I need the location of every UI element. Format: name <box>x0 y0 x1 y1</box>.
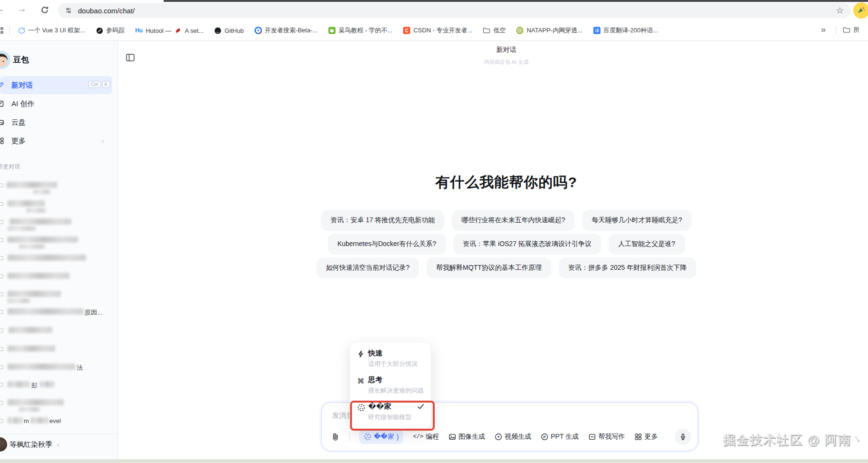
image-icon <box>449 433 456 441</box>
model-selector-button[interactable]: ��家 ) <box>359 430 403 444</box>
bookmark-dev-search[interactable]: 开发者搜索-Beta-... <box>254 26 318 35</box>
tool-more-button[interactable]: 更多 <box>634 433 658 441</box>
page-subtitle: 内容由豆包 AI 生成 <box>145 59 868 66</box>
bookmark-favicon-csdn-icon: C <box>403 27 410 34</box>
url-text[interactable]: doubao.com/chat/ <box>78 7 836 15</box>
sidebar-item-label: AI 创作 <box>11 99 34 108</box>
bookmarks-divider <box>836 26 836 35</box>
bookmark-label: 菜鸟教程 - 学的不... <box>339 26 392 35</box>
chat-bubble-icon <box>0 418 4 424</box>
sidebar-item-cloud-drive[interactable]: 云盘 <box>0 113 112 131</box>
sidebar-item-ai-create[interactable]: AI 创作 <box>0 95 112 113</box>
main-area: 新对话 内容由豆包 AI 生成 有什么我能帮你的吗? 资讯：安卓 17 将推优先… <box>118 41 868 459</box>
chat-bubble-icon <box>0 273 4 280</box>
bookmark-favicon-devsearch-icon <box>254 27 262 34</box>
bookmarks-list: 一个 Vue 3 UI 框架... 参码踪 Hu Hutool — A set.… <box>18 26 658 35</box>
bookmark-label: CSDN - 专业开发者... <box>413 26 472 35</box>
suggestion-chip[interactable]: 资讯：拼多多 2025 年财报利润首次下降 <box>559 257 696 278</box>
tool-coding-button[interactable]: </> 编程 <box>413 433 439 441</box>
chevron-icon: ) <box>397 433 399 441</box>
tool-label: 编程 <box>426 433 439 441</box>
user-avatar[interactable] <box>0 437 7 452</box>
bookmark-label: 参码踪 <box>106 26 125 35</box>
code-icon: </> <box>413 433 423 440</box>
model-selector-label: ��家 <box>374 433 394 441</box>
bookmark-hutool[interactable]: Hu Hutool — A set... <box>135 27 204 34</box>
sidebar: 豆包 新对话 Ctrl K AI 创作 云盘 <box>0 41 118 459</box>
folder-icon <box>843 26 850 34</box>
bookmark-label: Hutool — <box>146 27 171 34</box>
suggestion-chip[interactable]: 资讯：苹果 iOS27 拓展液态玻璃设计引争议 <box>453 234 601 255</box>
bookmark-baidu-translate[interactable]: 译 百度翻译-200种语... <box>593 26 658 35</box>
grid-more-icon <box>634 433 642 441</box>
chevron-right-icon: › <box>57 441 59 448</box>
tool-writing-button[interactable]: 帮我写作 <box>588 433 625 441</box>
reload-button[interactable] <box>40 5 49 15</box>
doubao-logo-avatar[interactable] <box>0 51 10 69</box>
forward-button[interactable]: → <box>17 3 27 14</box>
bookmark-runoob[interactable]: 菜鸟教程 - 学的不... <box>328 26 392 35</box>
play-circle-icon <box>495 433 502 441</box>
tool-video-gen-button[interactable]: 视频生成 <box>495 433 531 441</box>
microphone-button[interactable] <box>675 429 691 445</box>
tool-label: 视频生成 <box>505 433 531 441</box>
tool-image-gen-button[interactable]: 图像生成 <box>449 433 485 441</box>
sidebar-item-new-chat[interactable]: 新对话 Ctrl K <box>0 76 112 94</box>
tab-strip-edge <box>164 0 868 2</box>
suggestion-chip[interactable]: 每天睡够几小时才算睡眠充足? <box>582 210 692 231</box>
chat-bubble-icon <box>0 309 4 315</box>
bookmark-natapp[interactable]: NATAPP-内网穿透... <box>516 26 582 35</box>
bookmark-dikong[interactable]: 低空 <box>483 26 506 35</box>
chat-bubble-icon <box>0 327 4 334</box>
bookmark-label: 一个 Vue 3 UI 框架... <box>28 26 85 35</box>
suggestion-chip[interactable]: 人工智能之父是谁? <box>609 234 685 255</box>
toolbar-divider <box>349 433 350 441</box>
site-info-icon[interactable] <box>65 7 72 14</box>
history-text-fragment: evel <box>49 417 61 424</box>
kbd-k: K <box>102 81 110 88</box>
suggestion-chip[interactable]: 如何快速清空当前对话记录? <box>316 257 419 278</box>
suggestion-chip[interactable]: 资讯：安卓 17 将推优先充电新功能 <box>321 210 444 231</box>
sidebar-item-more[interactable]: 更多 › <box>0 132 112 150</box>
model-option-fast[interactable]: 快速 适用于大部分情况 <box>350 349 432 374</box>
all-bookmarks-folder[interactable]: 所 <box>843 26 859 34</box>
ai-create-icon <box>0 100 4 108</box>
profile-divider <box>0 433 118 434</box>
svg-text:C: C <box>405 28 409 33</box>
browser-profile-avatar[interactable] <box>853 2 868 19</box>
attach-paperclip-icon[interactable] <box>331 433 340 441</box>
chat-bubble-icon <box>0 219 4 226</box>
model-option-thinking[interactable]: ⌘ 思考 擅长解决更难的问题 <box>350 375 432 400</box>
bookmarks-divider <box>10 26 10 35</box>
browser-chrome: ← → doubao.com/chat/ ☆ <box>0 0 868 41</box>
bookmark-canmazong[interactable]: 参码踪 <box>96 26 125 35</box>
bookmark-vue-ui[interactable]: 一个 Vue 3 UI 框架... <box>18 26 85 35</box>
back-button[interactable]: ← <box>0 3 5 14</box>
url-bar[interactable]: doubao.com/chat/ ☆ <box>58 3 850 18</box>
chat-bubble-icon <box>0 182 4 189</box>
user-name[interactable]: 等枫红染秋季 <box>10 440 52 449</box>
suggestion-chip[interactable]: 哪些行业将在未来五年内快速崛起? <box>452 210 575 231</box>
suggestion-chip[interactable]: Kubernetes与Docker有什么关系? <box>328 234 446 255</box>
tool-label: 帮我写作 <box>598 433 625 441</box>
history-text-fragment: m <box>24 417 29 424</box>
bookmark-csdn[interactable]: C CSDN - 专业开发者... <box>403 26 472 35</box>
chat-bubble-icon <box>0 346 4 353</box>
bookmark-github[interactable]: GitHub <box>214 27 244 34</box>
bookmark-favicon-natapp-icon <box>516 27 524 34</box>
page-title: 新对话 <box>145 46 868 54</box>
extensions-grid-icon[interactable] <box>0 27 4 34</box>
collapse-sidebar-icon[interactable] <box>126 53 135 62</box>
maple-leaf-icon <box>174 27 182 34</box>
bookmark-favicon-github-icon <box>214 27 222 34</box>
model-option-desc: 适用于大部分情况 <box>368 360 418 368</box>
chat-bubble-icon <box>0 237 4 244</box>
sidebar-item-label: 新对话 <box>11 81 33 90</box>
suggestion-chip[interactable]: 帮我解释MQTT协议的基本工作原理 <box>427 257 551 278</box>
bookmark-star-icon[interactable]: ☆ <box>836 5 844 16</box>
chevron-right-icon: › <box>102 137 104 145</box>
svg-text:P: P <box>543 435 546 439</box>
tool-ppt-gen-button[interactable]: P PPT 生成 <box>541 433 579 441</box>
tool-label: PPT 生成 <box>551 433 579 441</box>
bookmarks-overflow-chevron[interactable]: » <box>821 25 826 35</box>
